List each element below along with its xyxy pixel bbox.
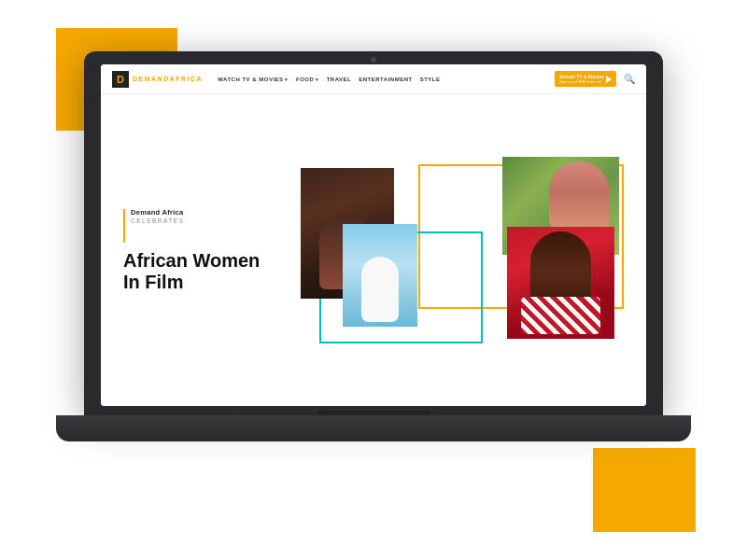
photo-inner-4 — [507, 227, 614, 339]
laptop-wrapper: DEMANDAFRICA WATCH TV & MOVIES FOOD TRAV… — [84, 51, 663, 490]
photo-woman-braids — [507, 227, 614, 339]
search-icon[interactable]: 🔍 — [624, 74, 635, 84]
nav-watch-tv[interactable]: WATCH TV & MOVIES — [218, 77, 289, 82]
nav-style[interactable]: STYLE — [420, 77, 441, 82]
nav-cta-button[interactable]: Stream TV & Movies Start your FREE trial… — [555, 71, 616, 88]
laptop-screen-bezel: DEMANDAFRICA WATCH TV & MOVIES FOOD TRAV… — [84, 51, 663, 415]
hero-text: Demand Africa CELEBRATES African Women I… — [123, 208, 291, 293]
hero-tagline-bar: Demand Africa CELEBRATES — [123, 208, 282, 243]
hero-demand-africa-label: Demand Africa — [131, 208, 185, 217]
hero-celebrates-label: CELEBRATES — [131, 217, 185, 224]
hero-title: African Women In Film — [123, 250, 282, 293]
laptop-base — [56, 415, 691, 441]
laptop-camera — [371, 57, 376, 63]
nav-travel[interactable]: TRAVEL — [327, 77, 352, 82]
navbar: DEMANDAFRICA WATCH TV & MOVIES FOOD TRAV… — [101, 64, 646, 94]
photo-dancer — [343, 224, 417, 327]
nav-links: WATCH TV & MOVIES FOOD TRAVEL ENTERTAINM… — [218, 77, 547, 82]
hero-tagline-text: Demand Africa CELEBRATES — [131, 208, 185, 224]
hero-image-collage — [291, 157, 624, 343]
photo-inner-3 — [343, 224, 417, 327]
play-icon — [606, 76, 612, 83]
nav-food[interactable]: FOOD — [296, 77, 319, 82]
logo-icon — [112, 71, 129, 88]
hero-section: Demand Africa CELEBRATES African Women I… — [101, 94, 646, 406]
logo-text: DEMANDAFRICA — [133, 76, 203, 82]
nav-entertainment[interactable]: ENTERTAINMENT — [359, 77, 412, 82]
logo-area[interactable]: DEMANDAFRICA — [112, 71, 203, 88]
screen-content: DEMANDAFRICA WATCH TV & MOVIES FOOD TRAV… — [101, 64, 646, 406]
hero-accent-bar — [123, 209, 125, 243]
